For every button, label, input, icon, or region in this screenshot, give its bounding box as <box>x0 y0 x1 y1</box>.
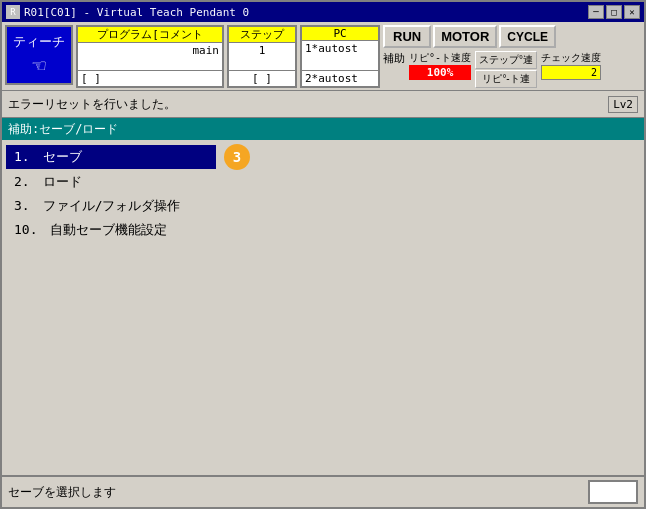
right-panel: RUN MOTOR CYCLE 補助 リピ°-ト速度 100% ステップ°連 リ… <box>383 25 641 88</box>
teach-label: ティーチ <box>13 33 65 51</box>
speed-area: リピ°-ト速度 100% <box>409 51 471 80</box>
title-bar-buttons: ─ □ ✕ <box>588 5 640 19</box>
top-buttons: RUN MOTOR CYCLE <box>383 25 641 48</box>
speed-value: 100% <box>409 65 471 80</box>
window-title: R01[C01] - Virtual Teach Pendant 0 <box>24 6 584 19</box>
menu-item-1-index: 1. <box>14 149 43 164</box>
hojo-bar: 補助:セーブ/ロード <box>2 118 644 140</box>
menu-item-10-label: 自動セーブ機能設定 <box>50 222 167 237</box>
hojo-area: 補助 <box>383 51 405 66</box>
pc-value1: 1*autost <box>302 41 378 70</box>
step-sub: [ ] <box>229 70 295 86</box>
menu-item-3-index: 3. <box>14 198 43 213</box>
step-box: ステップ 1 [ ] <box>227 25 297 88</box>
bottom-right: 補助 リピ°-ト速度 100% ステップ°連 リピ°-ト連 チェック速度 2 <box>383 51 641 88</box>
lip-ren-button[interactable]: リピ°-ト連 <box>475 70 537 88</box>
menu-list: 1. セーブ 3 2. ロード 3. ファイル/フォルダ操作 10. 自動セーブ… <box>6 144 640 242</box>
pc-box: PC 1*autost 2*autost <box>300 25 380 88</box>
menu-item-1-label: セーブ <box>43 149 82 164</box>
program-sub: [ ] <box>78 70 222 86</box>
minimize-button[interactable]: ─ <box>588 5 604 19</box>
motor-button[interactable]: MOTOR <box>433 25 497 48</box>
close-button[interactable]: ✕ <box>624 5 640 19</box>
window-icon: R <box>6 5 20 19</box>
hand-icon: ☜ <box>32 53 45 78</box>
error-message: エラーリセットを行いました。 <box>8 96 176 113</box>
check-speed-label: チェック速度 <box>541 51 601 65</box>
lv2-badge: Lv2 <box>608 96 638 113</box>
menu-item-3-label: ファイル/フォルダ操作 <box>43 198 181 213</box>
step-label: ステップ <box>229 27 295 43</box>
menu-item-3[interactable]: 3. ファイル/フォルダ操作 <box>6 194 640 218</box>
program-box: プログラム[コメント main [ ] <box>76 25 224 88</box>
teach-button[interactable]: ティーチ ☜ <box>5 25 73 85</box>
maximize-button[interactable]: □ <box>606 5 622 19</box>
step-ren-area: ステップ°連 リピ°-ト連 <box>475 51 537 88</box>
menu-item-2[interactable]: 2. ロード <box>6 170 640 194</box>
step-ren-button[interactable]: ステップ°連 <box>475 51 537 69</box>
menu-item-2-index: 2. <box>14 174 43 189</box>
program-label: プログラム[コメント <box>78 27 222 43</box>
hojo-title: 補助:セーブ/ロード <box>8 121 118 138</box>
step-value: 1 <box>229 43 295 70</box>
toolbar: ティーチ ☜ プログラム[コメント main [ ] ステップ 1 [ ] PC… <box>2 22 644 90</box>
status-message: セーブを選択します <box>8 484 116 501</box>
program-value: main <box>78 43 222 70</box>
menu-item-wrapper-1: 1. セーブ 3 <box>6 144 640 170</box>
main-content: 1. セーブ 3 2. ロード 3. ファイル/フォルダ操作 10. 自動セーブ… <box>2 140 644 475</box>
cycle-button[interactable]: CYCLE <box>499 25 556 48</box>
title-bar: R R01[C01] - Virtual Teach Pendant 0 ─ □… <box>2 2 644 22</box>
menu-item-1[interactable]: 1. セーブ <box>6 145 216 169</box>
main-window: R R01[C01] - Virtual Teach Pendant 0 ─ □… <box>0 0 646 509</box>
check-speed-value: 2 <box>541 65 601 80</box>
menu-item-10[interactable]: 10. 自動セーブ機能設定 <box>6 218 640 242</box>
menu-item-10-index: 10. <box>14 222 50 237</box>
pc-value2: 2*autost <box>302 70 378 86</box>
badge-3: 3 <box>224 144 250 170</box>
error-bar: エラーリセットを行いました。 Lv2 <box>2 90 644 118</box>
hojo-label: 補助 <box>383 51 405 66</box>
status-bar: セーブを選択します <box>2 475 644 507</box>
speed-label: リピ°-ト速度 <box>409 51 471 65</box>
menu-item-2-label: ロード <box>43 174 82 189</box>
check-speed-area: チェック速度 2 <box>541 51 601 80</box>
status-button[interactable] <box>588 480 638 504</box>
pc-label: PC <box>302 27 378 41</box>
run-button[interactable]: RUN <box>383 25 431 48</box>
